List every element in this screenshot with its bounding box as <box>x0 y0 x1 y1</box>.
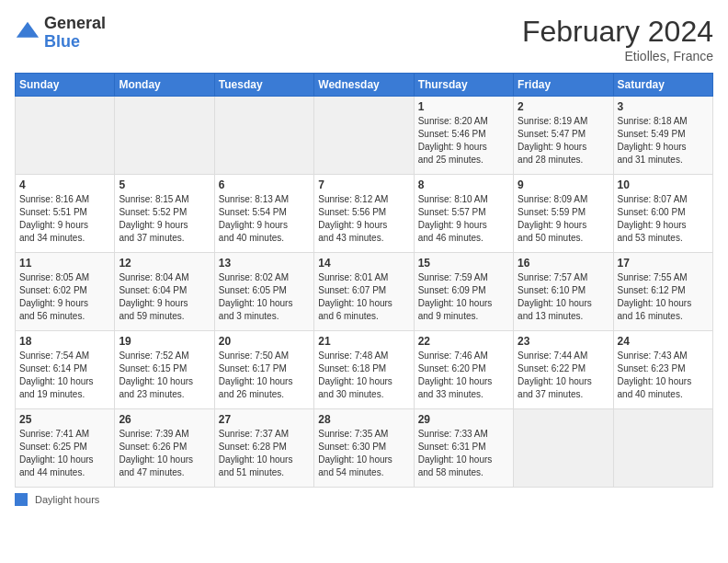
day-info: Sunrise: 8:02 AM Sunset: 6:05 PM Dayligh… <box>219 271 310 323</box>
svg-marker-0 <box>17 22 39 38</box>
day-number: 13 <box>219 257 310 270</box>
calendar-cell: 29Sunrise: 7:33 AM Sunset: 6:31 PM Dayli… <box>414 409 513 488</box>
day-info: Sunrise: 7:37 AM Sunset: 6:28 PM Dayligh… <box>219 428 310 479</box>
day-number: 16 <box>518 257 609 270</box>
column-header-friday: Friday <box>514 74 613 97</box>
day-info: Sunrise: 8:16 AM Sunset: 5:51 PM Dayligh… <box>19 193 110 245</box>
calendar-cell: 1Sunrise: 8:20 AM Sunset: 5:46 PM Daylig… <box>414 97 513 175</box>
calendar-week-row: 1Sunrise: 8:20 AM Sunset: 5:46 PM Daylig… <box>16 97 713 175</box>
day-info: Sunrise: 8:12 AM Sunset: 5:56 PM Dayligh… <box>318 193 409 245</box>
calendar-cell: 14Sunrise: 8:01 AM Sunset: 6:07 PM Dayli… <box>314 253 414 331</box>
calendar-cell: 23Sunrise: 7:44 AM Sunset: 6:22 PM Dayli… <box>514 331 613 409</box>
month-title: February 2024 <box>522 15 713 49</box>
logo-general-text: General <box>44 15 106 33</box>
calendar-cell: 18Sunrise: 7:54 AM Sunset: 6:14 PM Dayli… <box>16 331 115 409</box>
day-number: 7 <box>318 178 409 191</box>
footer: Daylight hours <box>15 493 713 506</box>
calendar-week-row: 11Sunrise: 8:05 AM Sunset: 6:02 PM Dayli… <box>16 253 713 331</box>
calendar-cell: 13Sunrise: 8:02 AM Sunset: 6:05 PM Dayli… <box>214 253 313 331</box>
location: Etiolles, France <box>522 49 713 63</box>
calendar-cell <box>613 409 712 488</box>
calendar-cell: 10Sunrise: 8:07 AM Sunset: 6:00 PM Dayli… <box>613 175 712 253</box>
page-header: General Blue February 2024 Etiolles, Fra… <box>15 15 713 63</box>
calendar-cell: 11Sunrise: 8:05 AM Sunset: 6:02 PM Dayli… <box>16 253 115 331</box>
title-area: February 2024 Etiolles, France <box>522 15 713 63</box>
logo-blue-text: Blue <box>44 33 106 52</box>
calendar-cell: 17Sunrise: 7:55 AM Sunset: 6:12 PM Dayli… <box>613 253 712 331</box>
day-info: Sunrise: 8:04 AM Sunset: 6:04 PM Dayligh… <box>119 271 210 323</box>
day-info: Sunrise: 8:18 AM Sunset: 5:49 PM Dayligh… <box>618 115 709 167</box>
calendar-cell: 19Sunrise: 7:52 AM Sunset: 6:15 PM Dayli… <box>115 331 214 409</box>
calendar-cell <box>214 97 313 175</box>
calendar-week-row: 18Sunrise: 7:54 AM Sunset: 6:14 PM Dayli… <box>16 331 713 409</box>
day-info: Sunrise: 7:43 AM Sunset: 6:23 PM Dayligh… <box>618 350 709 401</box>
day-info: Sunrise: 8:05 AM Sunset: 6:02 PM Dayligh… <box>19 271 110 323</box>
calendar-cell: 2Sunrise: 8:19 AM Sunset: 5:47 PM Daylig… <box>514 97 613 175</box>
calendar-cell: 16Sunrise: 7:57 AM Sunset: 6:10 PM Dayli… <box>514 253 613 331</box>
day-number: 5 <box>119 178 210 191</box>
calendar-cell: 6Sunrise: 8:13 AM Sunset: 5:54 PM Daylig… <box>214 175 313 253</box>
day-number: 10 <box>618 178 709 191</box>
day-info: Sunrise: 8:10 AM Sunset: 5:57 PM Dayligh… <box>418 193 509 245</box>
calendar-cell: 20Sunrise: 7:50 AM Sunset: 6:17 PM Dayli… <box>214 331 313 409</box>
day-number: 27 <box>219 413 310 426</box>
day-info: Sunrise: 7:39 AM Sunset: 6:26 PM Dayligh… <box>119 428 210 479</box>
calendar-cell: 21Sunrise: 7:48 AM Sunset: 6:18 PM Dayli… <box>314 331 414 409</box>
day-number: 6 <box>219 178 310 191</box>
calendar-cell: 3Sunrise: 8:18 AM Sunset: 5:49 PM Daylig… <box>613 97 712 175</box>
calendar-cell: 25Sunrise: 7:41 AM Sunset: 6:25 PM Dayli… <box>16 409 115 488</box>
legend-label: Daylight hours <box>35 494 99 505</box>
column-header-saturday: Saturday <box>613 74 712 97</box>
day-number: 29 <box>418 413 509 426</box>
day-info: Sunrise: 8:01 AM Sunset: 6:07 PM Dayligh… <box>318 271 409 323</box>
logo: General Blue <box>15 15 106 52</box>
day-number: 28 <box>318 413 409 426</box>
day-number: 9 <box>518 178 609 191</box>
day-info: Sunrise: 7:54 AM Sunset: 6:14 PM Dayligh… <box>19 350 110 401</box>
day-number: 15 <box>418 257 509 270</box>
calendar-cell: 5Sunrise: 8:15 AM Sunset: 5:52 PM Daylig… <box>115 175 214 253</box>
day-number: 4 <box>19 178 110 191</box>
calendar-cell: 9Sunrise: 8:09 AM Sunset: 5:59 PM Daylig… <box>514 175 613 253</box>
day-number: 11 <box>19 257 110 270</box>
calendar-week-row: 25Sunrise: 7:41 AM Sunset: 6:25 PM Dayli… <box>16 409 713 488</box>
day-number: 19 <box>119 335 210 348</box>
day-number: 25 <box>19 413 110 426</box>
day-info: Sunrise: 7:33 AM Sunset: 6:31 PM Dayligh… <box>418 428 509 479</box>
day-info: Sunrise: 7:35 AM Sunset: 6:30 PM Dayligh… <box>318 428 409 479</box>
calendar-cell: 28Sunrise: 7:35 AM Sunset: 6:30 PM Dayli… <box>314 409 414 488</box>
calendar-cell <box>314 97 414 175</box>
day-info: Sunrise: 8:07 AM Sunset: 6:00 PM Dayligh… <box>618 193 709 245</box>
calendar-cell: 15Sunrise: 7:59 AM Sunset: 6:09 PM Dayli… <box>414 253 513 331</box>
calendar-cell: 7Sunrise: 8:12 AM Sunset: 5:56 PM Daylig… <box>314 175 414 253</box>
day-info: Sunrise: 7:46 AM Sunset: 6:20 PM Dayligh… <box>418 350 509 401</box>
calendar-cell: 4Sunrise: 8:16 AM Sunset: 5:51 PM Daylig… <box>16 175 115 253</box>
day-info: Sunrise: 7:41 AM Sunset: 6:25 PM Dayligh… <box>19 428 110 479</box>
day-number: 21 <box>318 335 409 348</box>
day-info: Sunrise: 7:48 AM Sunset: 6:18 PM Dayligh… <box>318 350 409 401</box>
column-header-sunday: Sunday <box>16 74 115 97</box>
day-info: Sunrise: 8:13 AM Sunset: 5:54 PM Dayligh… <box>219 193 310 245</box>
day-info: Sunrise: 8:19 AM Sunset: 5:47 PM Dayligh… <box>518 115 609 167</box>
day-info: Sunrise: 7:59 AM Sunset: 6:09 PM Dayligh… <box>418 271 509 323</box>
day-info: Sunrise: 8:09 AM Sunset: 5:59 PM Dayligh… <box>518 193 609 245</box>
day-number: 17 <box>618 257 709 270</box>
day-info: Sunrise: 7:44 AM Sunset: 6:22 PM Dayligh… <box>518 350 609 401</box>
day-info: Sunrise: 7:50 AM Sunset: 6:17 PM Dayligh… <box>219 350 310 401</box>
day-number: 2 <box>518 100 609 113</box>
column-header-wednesday: Wednesday <box>314 74 414 97</box>
calendar-cell: 26Sunrise: 7:39 AM Sunset: 6:26 PM Dayli… <box>115 409 214 488</box>
calendar-table: SundayMondayTuesdayWednesdayThursdayFrid… <box>15 73 713 488</box>
calendar-week-row: 4Sunrise: 8:16 AM Sunset: 5:51 PM Daylig… <box>16 175 713 253</box>
day-number: 18 <box>19 335 110 348</box>
column-header-thursday: Thursday <box>414 74 513 97</box>
day-number: 12 <box>119 257 210 270</box>
day-info: Sunrise: 8:20 AM Sunset: 5:46 PM Dayligh… <box>418 115 509 167</box>
calendar-cell <box>514 409 613 488</box>
day-number: 14 <box>318 257 409 270</box>
calendar-cell: 8Sunrise: 8:10 AM Sunset: 5:57 PM Daylig… <box>414 175 513 253</box>
calendar-cell <box>115 97 214 175</box>
day-number: 24 <box>618 335 709 348</box>
calendar-cell: 22Sunrise: 7:46 AM Sunset: 6:20 PM Dayli… <box>414 331 513 409</box>
day-info: Sunrise: 7:52 AM Sunset: 6:15 PM Dayligh… <box>119 350 210 401</box>
